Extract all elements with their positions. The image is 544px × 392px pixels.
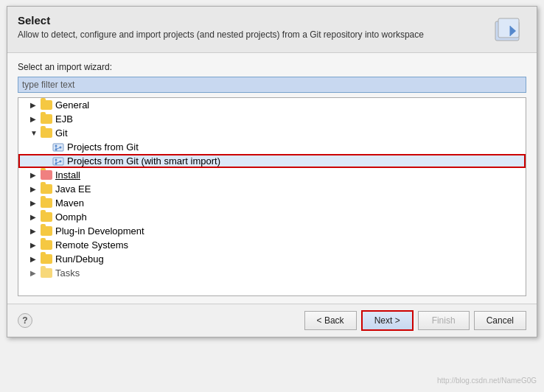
- tree-container[interactable]: ▶ General ▶ EJB ▼ Git ▶: [18, 97, 526, 296]
- label-git: Git: [55, 127, 68, 139]
- branch-icon-projects-git: [52, 142, 64, 153]
- label-ejb: EJB: [55, 113, 73, 125]
- folder-icon-ejb: [41, 114, 52, 124]
- dialog-footer: ? < Back Next > Finish Cancel: [7, 304, 537, 337]
- footer-left: ?: [18, 313, 32, 328]
- folder-icon-javaee: [41, 184, 52, 194]
- filter-input[interactable]: [18, 77, 526, 93]
- label-install: Install: [55, 169, 80, 181]
- arrow-general: ▶: [30, 101, 39, 110]
- folder-icon-tasks: [41, 268, 52, 278]
- tree-item-plugin-dev[interactable]: ▶ Plug-in Development: [18, 224, 526, 238]
- label-projects-git-smart: Projects from Git (with smart import): [67, 155, 220, 167]
- tree-item-install[interactable]: ▶ Install: [18, 168, 526, 182]
- svg-rect-4: [53, 144, 63, 151]
- folder-icon-plugin-dev: [41, 226, 52, 236]
- tree-item-projects-git-smart[interactable]: ▶ Projects from Git (with smart import): [18, 154, 526, 168]
- arrow-run-debug: ▶: [30, 255, 39, 264]
- watermark: http://blog.csdn.net/NameG0G: [437, 377, 537, 385]
- cancel-button[interactable]: Cancel: [474, 311, 526, 330]
- arrow-install: ▶: [30, 171, 39, 180]
- label-javaee: Java EE: [55, 183, 91, 195]
- label-plugin-dev: Plug-in Development: [55, 225, 144, 237]
- tree-item-tasks[interactable]: ▶ Tasks: [18, 266, 526, 280]
- label-general: General: [55, 99, 89, 111]
- arrow-oomph: ▶: [30, 213, 39, 222]
- svg-rect-9: [53, 158, 63, 165]
- arrow-ejb: ▶: [30, 115, 39, 124]
- dialog-title: Select: [18, 14, 487, 27]
- dialog-subtitle: Allow to detect, configure and import pr…: [18, 29, 487, 40]
- wizard-label: Select an import wizard:: [18, 62, 526, 72]
- import-wizard-icon: [494, 14, 526, 46]
- svg-rect-1: [498, 18, 519, 38]
- label-oomph: Oomph: [55, 211, 87, 223]
- finish-button[interactable]: Finish: [418, 311, 470, 330]
- branch-icon-projects-git-smart: [52, 156, 64, 167]
- arrow-javaee: ▶: [30, 185, 39, 194]
- arrow-git: ▼: [30, 129, 39, 138]
- folder-icon-general: [41, 100, 52, 110]
- arrow-remote-systems: ▶: [30, 241, 39, 250]
- label-maven: Maven: [55, 197, 84, 209]
- dialog-body: Select an import wizard: ▶ General ▶ EJB…: [7, 53, 537, 304]
- folder-icon-run-debug: [41, 254, 52, 264]
- arrow-maven: ▶: [30, 199, 39, 208]
- label-projects-git: Projects from Git: [67, 141, 139, 153]
- arrow-plugin-dev: ▶: [30, 227, 39, 236]
- header-text: Select Allow to detect, configure and im…: [18, 14, 487, 40]
- tree-item-general[interactable]: ▶ General: [18, 98, 526, 112]
- folder-icon-maven: [41, 198, 52, 208]
- tree-item-projects-git[interactable]: ▶ Projects from Git: [18, 140, 526, 154]
- tree-item-maven[interactable]: ▶ Maven: [18, 196, 526, 210]
- label-run-debug: Run/Debug: [55, 253, 104, 265]
- tree-item-remote-systems[interactable]: ▶ Remote Systems: [18, 238, 526, 252]
- label-remote-systems: Remote Systems: [55, 239, 128, 251]
- dialog-header: Select Allow to detect, configure and im…: [7, 7, 537, 53]
- folder-icon-install: [41, 170, 52, 180]
- folder-icon-oomph: [41, 212, 52, 222]
- tree-item-ejb[interactable]: ▶ EJB: [18, 112, 526, 126]
- folder-icon-git: [41, 128, 52, 138]
- back-button[interactable]: < Back: [304, 311, 357, 330]
- svg-point-10: [55, 158, 57, 161]
- folder-icon-remote-systems: [41, 240, 52, 250]
- tree-item-run-debug[interactable]: ▶ Run/Debug: [18, 252, 526, 266]
- tree-item-oomph[interactable]: ▶ Oomph: [18, 210, 526, 224]
- svg-point-5: [55, 144, 57, 147]
- label-tasks: Tasks: [55, 267, 80, 279]
- next-button[interactable]: Next >: [361, 310, 414, 331]
- tree-item-javaee[interactable]: ▶ Java EE: [18, 182, 526, 196]
- footer-buttons: < Back Next > Finish Cancel: [304, 310, 526, 331]
- help-button[interactable]: ?: [18, 313, 32, 328]
- tree-item-git[interactable]: ▼ Git: [18, 126, 526, 140]
- dialog: Select Allow to detect, configure and im…: [7, 6, 537, 337]
- arrow-tasks: ▶: [30, 269, 39, 278]
